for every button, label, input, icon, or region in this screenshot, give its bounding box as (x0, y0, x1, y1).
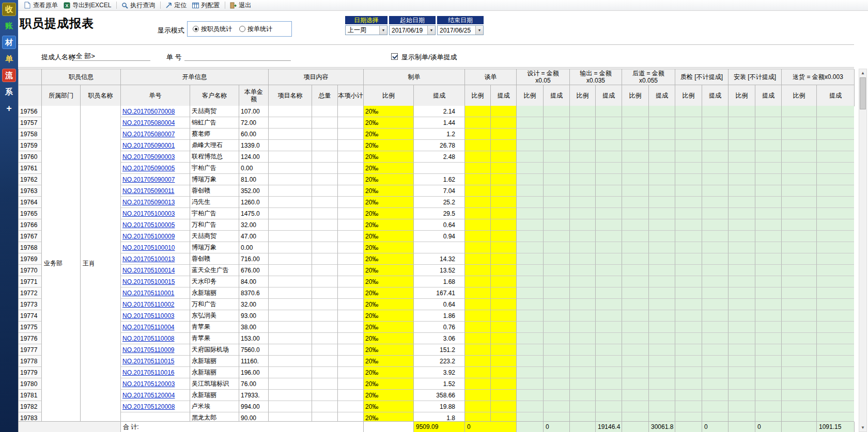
order-number-link[interactable]: NO.201705100005 (122, 221, 175, 229)
sidebar-item-xi[interactable]: 系 (2, 85, 16, 99)
empty-commission-cell (544, 174, 570, 185)
column-config-button[interactable]: 列配置 (190, 1, 223, 10)
radio-icon[interactable] (193, 26, 199, 32)
item-subtotal-cell (338, 242, 364, 253)
run-query-button[interactable]: 执行查询 (119, 1, 158, 10)
scroll-up-button[interactable]: ▲ (859, 69, 866, 77)
order-number-link[interactable]: NO.201705120004 (122, 392, 175, 399)
order-number-cell: NO.201705100005 (121, 219, 190, 231)
negotiate-commission-cell (491, 367, 517, 378)
empty-commission-cell (570, 129, 596, 140)
sidebar-item-zhang[interactable]: 账 (2, 19, 16, 33)
empty-commission-cell (596, 106, 622, 117)
date-preset-select[interactable]: 上一周 ▼ (345, 25, 388, 35)
empty-commission-cell (544, 231, 570, 242)
export-excel-button[interactable]: X 导出到EXCEL (61, 1, 114, 10)
customer-name-cell: 联程博范总 (190, 151, 239, 163)
order-number-link[interactable]: NO.201705070008 (122, 108, 175, 115)
exit-door-icon (229, 2, 237, 9)
order-amount-cell: 32.00 (239, 219, 269, 231)
empty-commission-cell (817, 117, 854, 129)
order-number-link[interactable]: NO.201705090003 (122, 153, 175, 161)
vertical-scrollbar[interactable]: ▲ ▼ (859, 69, 867, 432)
order-number-link[interactable]: NO.201705100014 (122, 267, 175, 274)
order-number-link[interactable]: NO.201705090007 (122, 176, 175, 183)
order-number-link[interactable]: NO.201705110003 (122, 312, 175, 319)
make-ratio-cell: 20‰ (364, 174, 414, 185)
order-number-link[interactable]: NO.201705080007 (122, 131, 175, 138)
order-number-link[interactable]: NO.201705110004 (122, 324, 175, 331)
order-amount-cell: 60.00 (239, 129, 269, 140)
order-number-link[interactable]: NO.201705090013 (122, 199, 175, 206)
total-process-commission: 30061.8 (649, 422, 675, 432)
sidebar-item-add[interactable]: + (2, 102, 16, 115)
total-qty-cell (312, 208, 338, 219)
view-original-order-button[interactable]: 查看原单 (22, 1, 61, 10)
order-number-link[interactable]: NO.201705110002 (122, 301, 175, 308)
negotiate-ratio-cell (465, 322, 491, 333)
order-number-link[interactable]: NO.201705100013 (122, 255, 175, 263)
order-number-cell: NO.201705120008 (121, 401, 190, 412)
scrollbar-thumb[interactable] (860, 77, 866, 109)
order-number-input[interactable] (184, 52, 291, 61)
empty-commission-cell (817, 367, 854, 378)
radio-icon[interactable] (239, 26, 245, 32)
empty-commission-cell (517, 412, 544, 421)
row-number: 19781 (19, 390, 42, 401)
sidebar-item-dan[interactable]: 单 (2, 52, 16, 66)
order-number-link[interactable]: NO.201705110009 (122, 346, 175, 354)
project-name-cell (269, 299, 312, 310)
order-number-link[interactable]: NO.201705100003 (122, 210, 175, 217)
row-number: 19777 (19, 344, 42, 356)
order-number-link[interactable]: NO.201705120008 (122, 403, 175, 410)
empty-commission-cell (817, 231, 854, 242)
order-number-link[interactable]: NO.201705090005 (122, 165, 175, 172)
empty-commission-cell (517, 174, 544, 185)
total-qty-cell (312, 106, 338, 117)
order-number-link[interactable]: NO.201705100010 (122, 244, 175, 251)
sidebar-item-shou[interactable]: 收 (2, 3, 16, 16)
col-project-name: 项目名称 (269, 85, 312, 106)
empty-commission-cell (622, 276, 649, 287)
empty-commission-cell (675, 322, 702, 333)
order-number-link[interactable]: NO.201705120003 (122, 380, 175, 388)
commission-person-select[interactable]: <全 部> (72, 52, 150, 61)
make-commission-cell: 25.2 (414, 197, 465, 208)
order-number-link[interactable]: NO.201705110016 (122, 369, 175, 376)
show-commission-label: 显示制单/谈单提成 (401, 53, 457, 62)
table-row: NO.201705090011蓉创赣352.0020‰7.04 (121, 185, 854, 197)
empty-commission-cell (729, 287, 755, 299)
order-number-link[interactable]: NO.201705080004 (122, 119, 175, 126)
order-number-link[interactable]: NO.201705110008 (122, 335, 175, 342)
empty-commission-cell (649, 117, 675, 129)
order-number-link[interactable]: NO.201705090011 (122, 187, 175, 195)
order-number-cell (121, 412, 190, 421)
sidebar-item-liu[interactable]: 流 (2, 69, 16, 82)
row-number: 19778 (19, 356, 42, 367)
locate-button[interactable]: 定位 (163, 1, 190, 10)
show-commission-checkbox[interactable] (391, 53, 398, 60)
negotiate-ratio-cell (465, 265, 491, 276)
exit-button[interactable]: 退出 (227, 1, 254, 10)
start-date-picker[interactable]: 2017/06/19 ▼ (389, 25, 436, 35)
sidebar-item-cai[interactable]: 材 (2, 36, 16, 49)
project-name-cell (269, 151, 312, 163)
empty-commission-cell (729, 231, 755, 242)
empty-commission-cell (675, 185, 702, 197)
mode-by-order-radio[interactable]: 按单统计 (239, 25, 272, 34)
order-number-link[interactable]: NO.201705100009 (122, 233, 175, 240)
empty-commission-cell (817, 174, 854, 185)
project-name-cell (269, 197, 312, 208)
order-number-link[interactable]: NO.201705110015 (122, 358, 175, 365)
order-number-link[interactable]: NO.201705090001 (122, 142, 175, 149)
end-date-picker[interactable]: 2017/06/25 ▼ (437, 25, 484, 35)
negotiate-ratio-cell (465, 163, 491, 174)
empty-commission-cell (649, 129, 675, 140)
make-ratio-cell: 20‰ (364, 310, 414, 322)
make-ratio-cell: 20‰ (364, 231, 414, 242)
order-number-link[interactable]: NO.201705110001 (122, 290, 175, 297)
mode-by-employee-radio[interactable]: 按职员统计 (193, 25, 232, 34)
scroll-down-button[interactable]: ▼ (859, 424, 866, 431)
order-number-link[interactable]: NO.201705100015 (122, 278, 175, 285)
table-row: NO.201705090013冯先生1260.020‰25.2 (121, 197, 854, 208)
